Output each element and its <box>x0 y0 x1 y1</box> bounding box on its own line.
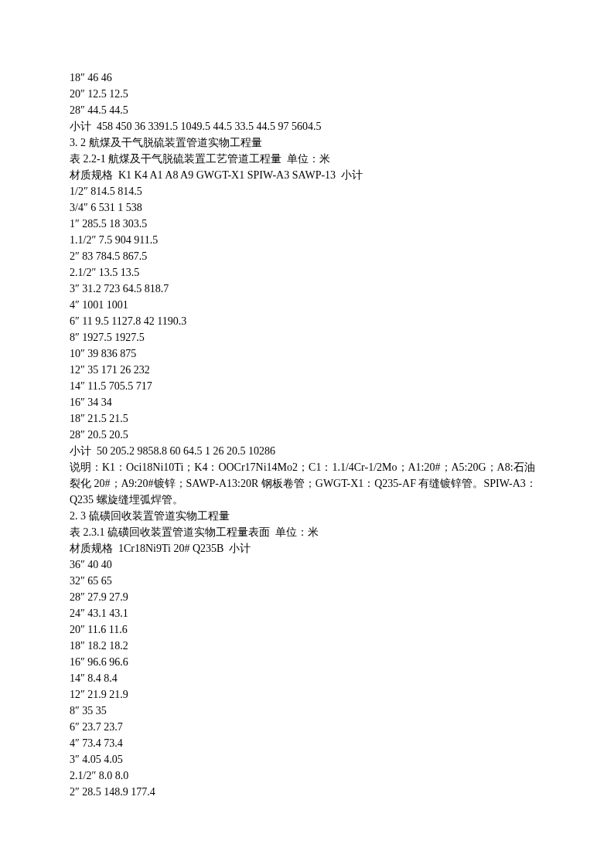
text-line: 3″ 31.2 723 64.5 818.7 <box>70 281 544 297</box>
text-line: 36″ 40 40 <box>70 557 544 573</box>
text-line: 说明：K1：Oci18Ni10Ti；K4：OOCr17Ni14Mo2；C1：1.… <box>70 459 544 508</box>
text-line: 1/2″ 814.5 814.5 <box>70 183 544 199</box>
text-line: 16″ 96.6 96.6 <box>70 654 544 670</box>
text-line: 2.1/2″ 8.0 8.0 <box>70 768 544 784</box>
text-line: 材质规格 1Cr18Ni9Ti 20# Q235B 小计 <box>70 540 544 557</box>
text-line: 14″ 8.4 8.4 <box>70 670 544 686</box>
text-line: 28″ 27.9 27.9 <box>70 589 544 605</box>
text-line: 1″ 285.5 18 303.5 <box>70 216 544 232</box>
document-content: 18″ 46 4620″ 12.5 12.528″ 44.5 44.5小计 45… <box>70 70 544 800</box>
text-line: 2″ 28.5 148.9 177.4 <box>70 784 544 800</box>
text-line: 28″ 44.5 44.5 <box>70 102 544 118</box>
text-line: 3. 2 航煤及干气脱硫装置管道实物工程量 <box>70 134 544 151</box>
text-line: 12″ 35 171 26 232 <box>70 362 544 378</box>
text-line: 小计 50 205.2 9858.8 60 64.5 1 26 20.5 102… <box>70 443 544 459</box>
text-line: 2. 3 硫磺回收装置管道实物工程量 <box>70 508 544 524</box>
text-line: 2″ 83 784.5 867.5 <box>70 248 544 264</box>
text-line: 表 2.3.1 硫磺回收装置管道实物工程量表面 单位：米 <box>70 524 544 540</box>
text-line: 6″ 23.7 23.7 <box>70 719 544 735</box>
text-line: 3″ 4.05 4.05 <box>70 751 544 768</box>
text-line: 4″ 73.4 73.4 <box>70 735 544 751</box>
text-line: 18″ 21.5 21.5 <box>70 410 544 427</box>
text-line: 6″ 11 9.5 1127.8 42 1190.3 <box>70 313 544 329</box>
text-line: 2.1/2″ 13.5 13.5 <box>70 264 544 281</box>
text-line: 表 2.2-1 航煤及干气脱硫装置工艺管道工程量 单位：米 <box>70 151 544 167</box>
text-line: 1.1/2″ 7.5 904 911.5 <box>70 232 544 248</box>
text-line: 材质规格 K1 K4 A1 A8 A9 GWGT-X1 SPIW-A3 SAWP… <box>70 167 544 183</box>
text-line: 10″ 39 836 875 <box>70 345 544 362</box>
text-line: 16″ 34 34 <box>70 394 544 410</box>
text-line: 14″ 11.5 705.5 717 <box>70 378 544 394</box>
text-line: 4″ 1001 1001 <box>70 297 544 313</box>
text-line: 8″ 35 35 <box>70 703 544 719</box>
text-line: 20″ 12.5 12.5 <box>70 86 544 102</box>
text-line: 20″ 11.6 11.6 <box>70 621 544 638</box>
text-line: 小计 458 450 36 3391.5 1049.5 44.5 33.5 44… <box>70 118 544 134</box>
text-line: 8″ 1927.5 1927.5 <box>70 329 544 345</box>
text-line: 28″ 20.5 20.5 <box>70 427 544 443</box>
text-line: 12″ 21.9 21.9 <box>70 686 544 703</box>
text-line: 18″ 46 46 <box>70 70 544 86</box>
text-line: 24″ 43.1 43.1 <box>70 605 544 621</box>
text-line: 32″ 65 65 <box>70 573 544 589</box>
text-line: 3/4″ 6 531 1 538 <box>70 199 544 216</box>
text-line: 18″ 18.2 18.2 <box>70 638 544 654</box>
